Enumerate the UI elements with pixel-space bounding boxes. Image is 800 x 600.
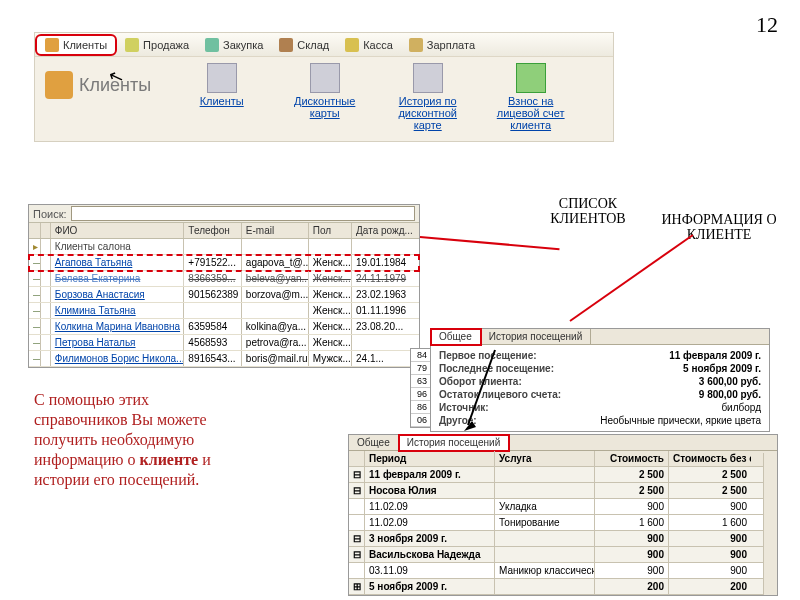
k: Остаток лицевого счета:: [439, 389, 561, 400]
action-label: Дисконтные карты: [282, 95, 367, 119]
table-row[interactable]: Филимонов Борис Никола...8916543...boris…: [29, 351, 419, 367]
v: 5 ноября 2009 г.: [683, 363, 761, 374]
tab-general[interactable]: Общее: [349, 435, 399, 450]
cash-icon: [345, 38, 359, 52]
col-flag2[interactable]: [41, 223, 51, 238]
menu-label: Касса: [363, 39, 393, 51]
table-row[interactable]: Петрова Наталья4568593petrova@ra...Женск…: [29, 335, 419, 351]
section-title: Клиенты: [45, 63, 161, 99]
history-row[interactable]: ⊟3 ноября 2009 г.900900: [349, 531, 777, 547]
buy-icon: [205, 38, 219, 52]
history-row[interactable]: ⊞5 ноября 2009 г.200200: [349, 579, 777, 595]
history-row[interactable]: ⊟Васильскова Надежда900900: [349, 547, 777, 563]
txt-bold: клиенте: [139, 451, 198, 468]
history-row[interactable]: ⊟11 февраля 2009 г.2 5002 500: [349, 467, 777, 483]
table-row[interactable]: Агапова Татьяна+791522...agapova_t@...Же…: [29, 255, 419, 271]
page-number: 12: [756, 12, 778, 38]
history-panel: Общее История посещений Период Услуга Ст…: [348, 434, 778, 596]
col-flag[interactable]: [29, 223, 41, 238]
search-label: Поиск:: [33, 208, 67, 220]
col-cost[interactable]: Стоимость: [595, 451, 669, 466]
menu-label: Продажа: [143, 39, 189, 51]
col-service[interactable]: Услуга: [495, 451, 595, 466]
col-tel[interactable]: Телефон: [184, 223, 241, 238]
menu-clients[interactable]: Клиенты: [35, 34, 117, 56]
menu-label: Закупка: [223, 39, 263, 51]
table-row[interactable]: Белева Екатерина8366359...beleva@yan...Ж…: [29, 271, 419, 287]
action-label: Клиенты: [200, 95, 244, 107]
salary-icon: [409, 38, 423, 52]
tab-general[interactable]: Общее: [431, 329, 481, 345]
action-label: История по дисконтной карте: [385, 95, 470, 131]
v: 3 600,00 руб.: [699, 376, 761, 387]
v: 9 800,00 руб.: [699, 389, 761, 400]
label-client-info: ИНФОРМАЦИЯ О КЛИЕНТЕ: [654, 212, 784, 243]
action-history[interactable]: История по дисконтной карте: [385, 63, 470, 131]
clients-list-window: Поиск: ФИО Телефон E-mail Пол Дата рожд.…: [28, 204, 420, 368]
v: билборд: [721, 402, 761, 413]
col-cost-nodisc[interactable]: Стоимость без скидок: [669, 451, 751, 466]
history-row[interactable]: 11.02.09Тонирование1 6001 600: [349, 515, 777, 531]
arrow-line: [420, 236, 560, 250]
col-dob[interactable]: Дата рожд...: [352, 223, 419, 238]
info-tabs: Общее История посещений: [431, 329, 769, 345]
scrollbar[interactable]: [763, 453, 777, 595]
search-row: Поиск:: [29, 205, 419, 223]
history-tabs: Общее История посещений: [349, 435, 777, 451]
tab-history[interactable]: История посещений: [399, 435, 509, 451]
action-label: Взнос на лицевой счет клиента: [488, 95, 573, 131]
col-mail[interactable]: E-mail: [242, 223, 309, 238]
menu-sale[interactable]: Продажа: [117, 34, 197, 56]
table-group-row[interactable]: Клиенты салона: [29, 239, 419, 255]
table-row[interactable]: Климина ТатьянаЖенск...01.11.1996: [29, 303, 419, 319]
stock-icon: [279, 38, 293, 52]
v: 11 февраля 2009 г.: [669, 350, 761, 361]
col-period[interactable]: Период: [365, 451, 495, 466]
menu-label: Клиенты: [63, 39, 107, 51]
table-row[interactable]: Колкина Марина Ивановна6359584kolkina@ya…: [29, 319, 419, 335]
history-row[interactable]: 11.02.09Укладка900900: [349, 499, 777, 515]
clients-icon: [207, 63, 237, 93]
action-deposit[interactable]: Взнос на лицевой счет клиента: [488, 63, 573, 131]
cursor-arrow-icon: [460, 345, 500, 435]
col-sex[interactable]: Пол: [309, 223, 352, 238]
menu-buy[interactable]: Закупка: [197, 34, 271, 56]
action-clients[interactable]: Клиенты: [179, 63, 264, 107]
arrow-line: [569, 234, 693, 322]
menu-label: Зарплата: [427, 39, 475, 51]
menu-label: Склад: [297, 39, 329, 51]
action-discount[interactable]: Дисконтные карты: [282, 63, 367, 119]
explanation-text: С помощью этих справочников Вы можете по…: [34, 390, 214, 490]
v: Необычные прически, яркие цвета: [600, 415, 761, 426]
col-fio[interactable]: ФИО: [51, 223, 185, 238]
history-icon: [413, 63, 443, 93]
cards-icon: [310, 63, 340, 93]
tab-history[interactable]: История посещений: [481, 329, 591, 344]
history-row[interactable]: 03.11.09Маникюр классически...900900: [349, 563, 777, 579]
menu-cash[interactable]: Касса: [337, 34, 401, 56]
label-clients-list: СПИСОК КЛИЕНТОВ: [528, 196, 648, 227]
sale-icon: [125, 38, 139, 52]
clients-table-header: ФИО Телефон E-mail Пол Дата рожд...: [29, 223, 419, 239]
table-row[interactable]: Борзова Анастасия901562389borzova@m...Же…: [29, 287, 419, 303]
section-actions: Клиенты Клиенты Дисконтные карты История…: [35, 57, 613, 141]
history-row[interactable]: ⊟Носова Юлия2 5002 500: [349, 483, 777, 499]
search-input[interactable]: [71, 206, 415, 221]
history-header: Период Услуга Стоимость Стоимость без ск…: [349, 451, 777, 467]
clients-big-icon: [45, 71, 73, 99]
menu-stock[interactable]: Склад: [271, 34, 337, 56]
top-toolbar: Клиенты Продажа Закупка Склад Касса Зарп…: [34, 32, 614, 142]
menu-salary[interactable]: Зарплата: [401, 34, 483, 56]
deposit-icon: [516, 63, 546, 93]
svg-line-0: [468, 350, 495, 425]
main-menu: Клиенты Продажа Закупка Склад Касса Зарп…: [35, 33, 613, 57]
users-icon: [45, 38, 59, 52]
svg-marker-1: [464, 421, 476, 431]
